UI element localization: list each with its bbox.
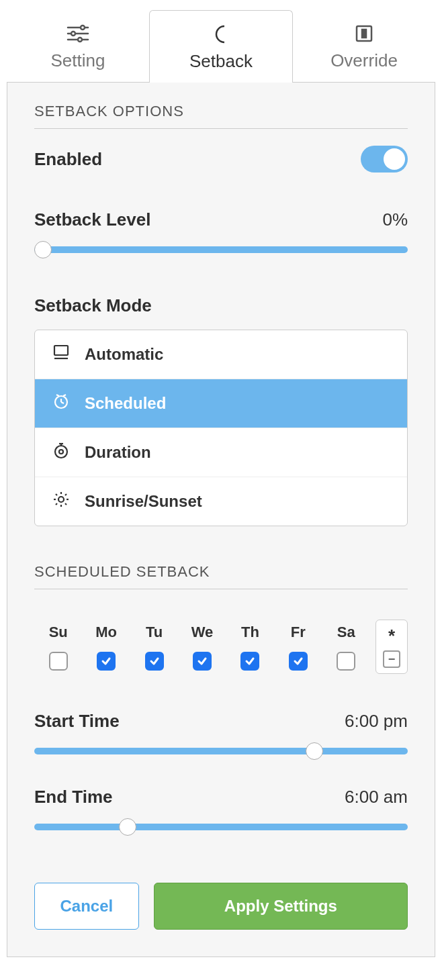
all-days-toggle[interactable]: * −: [375, 620, 408, 674]
start-time-row: Start Time 6:00 pm: [34, 711, 408, 732]
sun-icon: [52, 491, 70, 512]
cancel-button[interactable]: Cancel: [34, 883, 139, 930]
mode-sunrise-sunset[interactable]: Sunrise/Sunset: [35, 477, 407, 526]
end-time-slider[interactable]: [34, 818, 408, 836]
end-time-row: End Time 6:00 am: [34, 787, 408, 807]
mode-label: Duration: [85, 443, 151, 462]
day-tu: Tu: [130, 624, 178, 671]
mode-label: Scheduled: [85, 394, 166, 413]
day-checkbox[interactable]: [240, 652, 259, 671]
start-time-value: 6:00 pm: [345, 711, 408, 732]
svg-rect-8: [54, 346, 68, 355]
setback-level-slider[interactable]: [34, 241, 408, 258]
start-time-slider[interactable]: [34, 742, 408, 760]
days-row: SuMoTuWeThFrSa * −: [34, 606, 408, 674]
day-label: Su: [49, 624, 68, 641]
section-header-options: SETBACK OPTIONS: [34, 103, 408, 129]
svg-line-26: [56, 503, 57, 505]
end-time-label: End Time: [34, 787, 113, 807]
tab-label: Override: [330, 50, 398, 71]
timer-icon: [52, 442, 70, 463]
day-th: Th: [226, 624, 274, 671]
end-time-value: 6:00 am: [345, 787, 408, 807]
day-su: Su: [34, 624, 82, 671]
svg-point-5: [78, 38, 82, 42]
svg-line-24: [56, 494, 57, 495]
mode-automatic[interactable]: Automatic: [35, 330, 407, 379]
svg-line-12: [61, 402, 64, 403]
enabled-label: Enabled: [34, 149, 102, 170]
mode-list: Automatic Scheduled Duration: [34, 330, 408, 526]
tab-override[interactable]: Override: [293, 10, 435, 83]
day-sa: Sa: [322, 624, 370, 671]
apply-settings-button[interactable]: Apply Settings: [154, 883, 408, 930]
mode-duration[interactable]: Duration: [35, 428, 407, 477]
tab-setback[interactable]: Setback: [149, 10, 293, 83]
toggle-knob: [384, 148, 405, 170]
day-label: We: [191, 624, 214, 641]
clock-icon: [52, 393, 70, 414]
override-icon: [354, 23, 374, 44]
mode-label: Sunrise/Sunset: [85, 492, 202, 511]
asterisk-icon: *: [388, 626, 395, 646]
tab-bar: Setting Setback Override: [7, 10, 435, 83]
day-we: We: [178, 624, 226, 671]
svg-line-25: [65, 503, 67, 505]
tab-label: Setting: [51, 50, 105, 71]
svg-point-15: [55, 446, 67, 458]
svg-point-3: [71, 32, 75, 36]
start-time-label: Start Time: [34, 711, 120, 732]
button-row: Cancel Apply Settings: [34, 883, 408, 930]
slider-thumb[interactable]: [119, 818, 136, 836]
slider-track: [34, 246, 408, 253]
enabled-toggle[interactable]: [361, 146, 408, 173]
day-label: Th: [241, 624, 259, 641]
svg-point-16: [59, 450, 63, 454]
slider-thumb[interactable]: [34, 241, 52, 258]
svg-line-27: [65, 494, 67, 495]
moon-icon: [211, 24, 231, 44]
svg-line-14: [63, 395, 66, 396]
setback-level-value: 0%: [382, 209, 408, 230]
tab-setting[interactable]: Setting: [7, 10, 149, 83]
setback-level-label: Setback Level: [34, 209, 150, 230]
day-label: Tu: [146, 624, 163, 641]
day-fr: Fr: [274, 624, 322, 671]
mode-label: Automatic: [85, 345, 163, 364]
indeterminate-checkbox[interactable]: −: [383, 650, 400, 668]
slider-track: [34, 824, 408, 830]
day-checkbox[interactable]: [193, 652, 212, 671]
day-label: Mo: [95, 624, 117, 641]
svg-line-13: [56, 395, 59, 396]
section-header-scheduled: SCHEDULED SETBACK: [34, 563, 408, 589]
day-checkbox[interactable]: [145, 652, 164, 671]
day-mo: Mo: [82, 624, 130, 671]
enabled-row: Enabled: [34, 146, 408, 173]
slider-track: [34, 748, 408, 754]
tab-label: Setback: [189, 51, 253, 72]
day-checkbox[interactable]: [49, 652, 68, 671]
day-checkbox[interactable]: [97, 652, 116, 671]
setback-panel: SETBACK OPTIONS Enabled Setback Level 0%…: [7, 83, 435, 957]
setback-level-row: Setback Level 0%: [34, 209, 408, 230]
setback-mode-label: Setback Mode: [34, 295, 408, 316]
day-label: Fr: [291, 624, 306, 641]
day-checkbox[interactable]: [337, 652, 355, 671]
slider-thumb[interactable]: [306, 742, 323, 760]
sliders-icon: [67, 23, 89, 44]
mode-scheduled[interactable]: Scheduled: [35, 379, 407, 428]
svg-point-19: [58, 497, 64, 502]
svg-point-1: [81, 26, 85, 30]
day-label: Sa: [337, 624, 355, 641]
automatic-icon: [52, 344, 70, 365]
svg-rect-7: [362, 30, 366, 38]
day-checkbox[interactable]: [289, 652, 308, 671]
